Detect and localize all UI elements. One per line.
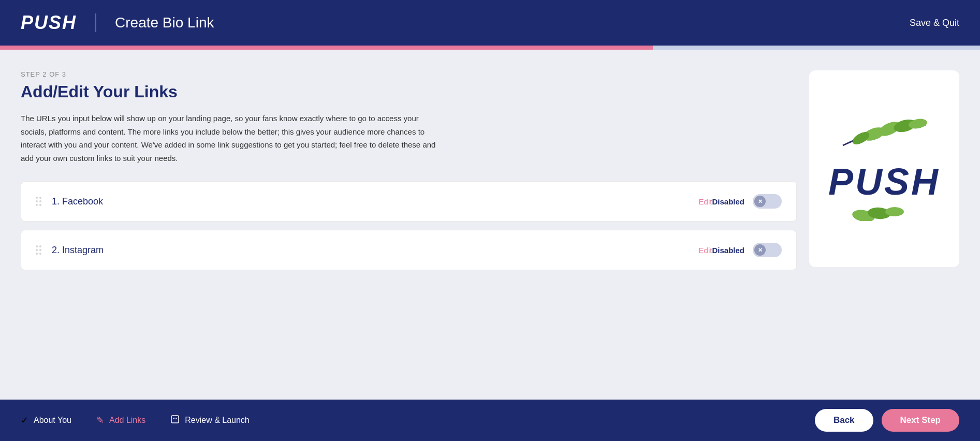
description-text: The URLs you input below will show up on… (21, 112, 445, 165)
drag-dot (36, 204, 38, 206)
drag-dot (39, 204, 41, 206)
link-name-2: 2. Instagram (52, 245, 691, 256)
leaf-decoration (828, 114, 940, 158)
review-icon (170, 415, 180, 427)
next-step-button[interactable]: Next Step (882, 409, 959, 432)
toggle-2[interactable]: ✕ (753, 243, 782, 257)
drag-dot (36, 253, 38, 255)
main-content: STEP 2 OF 3 Add/Edit Your Links The URLs… (0, 50, 980, 400)
footer-step-review[interactable]: Review & Launch (170, 415, 250, 427)
leaf-svg (832, 114, 936, 156)
bottom-leaf-svg (832, 200, 936, 221)
preview-brand-text: PUSH (828, 163, 940, 200)
save-quit-button[interactable]: Save & Quit (910, 18, 959, 28)
preview-bottom-leaves (828, 200, 940, 223)
toggle-x-icon-2: ✕ (758, 247, 763, 253)
drag-dot (39, 197, 41, 199)
preview-content: PUSH (828, 114, 940, 223)
drag-dot (39, 253, 41, 255)
drag-handle-2[interactable] (36, 245, 41, 255)
back-button[interactable]: Back (815, 409, 873, 432)
link-right-2: Disabled ✕ (712, 243, 782, 257)
footer-actions: Back Next Step (815, 409, 959, 432)
logo: PUSH (21, 12, 77, 34)
drag-dot (36, 197, 38, 199)
edit-link-2[interactable]: Edit (699, 246, 712, 255)
preview-panel: PUSH (809, 70, 959, 267)
add-links-label: Add Links (109, 416, 145, 425)
footer: ✓ About You ✎ Add Links Review & Launch … (0, 400, 980, 441)
drag-dot (39, 200, 41, 202)
toggle-knob-1: ✕ (754, 196, 766, 207)
header: PUSH Create Bio Link Save & Quit (0, 0, 980, 46)
svg-point-10 (174, 418, 175, 419)
progress-bar-container (0, 46, 980, 50)
add-links-icon: ✎ (96, 415, 104, 426)
link-item-1: 1. Facebook Edit Disabled ✕ (21, 181, 797, 222)
about-you-icon: ✓ (21, 415, 28, 426)
link-status-1: Disabled (712, 197, 744, 206)
svg-rect-8 (171, 416, 179, 423)
link-status-2: Disabled (712, 246, 744, 255)
link-item-2: 2. Instagram Edit Disabled ✕ (21, 230, 797, 270)
link-name-1: 1. Facebook (52, 196, 691, 207)
footer-step-add-links[interactable]: ✎ Add Links (96, 415, 145, 427)
toggle-knob-2: ✕ (754, 244, 766, 256)
drag-dot (36, 200, 38, 202)
drag-dot (36, 245, 38, 247)
review-label: Review & Launch (185, 416, 250, 425)
svg-point-7 (885, 207, 904, 216)
drag-dot (39, 249, 41, 251)
svg-point-11 (176, 418, 177, 419)
edit-link-1[interactable]: Edit (699, 197, 712, 206)
logo-area: PUSH Create Bio Link (21, 12, 214, 34)
footer-step-about-you[interactable]: ✓ About You (21, 415, 71, 427)
left-panel: STEP 2 OF 3 Add/Edit Your Links The URLs… (21, 70, 797, 400)
step-label: STEP 2 OF 3 (21, 70, 797, 78)
toggle-1[interactable]: ✕ (753, 194, 782, 209)
about-you-label: About You (34, 416, 71, 425)
svg-point-9 (173, 418, 174, 419)
drag-dot (36, 249, 38, 251)
page-title: Add/Edit Your Links (21, 82, 797, 101)
link-right-1: Disabled ✕ (712, 194, 782, 209)
toggle-x-icon-1: ✕ (758, 199, 763, 204)
progress-bar-fill (0, 46, 653, 50)
footer-steps: ✓ About You ✎ Add Links Review & Launch (21, 415, 815, 427)
header-title: Create Bio Link (115, 14, 214, 31)
drag-dot (39, 245, 41, 247)
header-divider (95, 13, 96, 32)
drag-handle-1[interactable] (36, 197, 41, 206)
